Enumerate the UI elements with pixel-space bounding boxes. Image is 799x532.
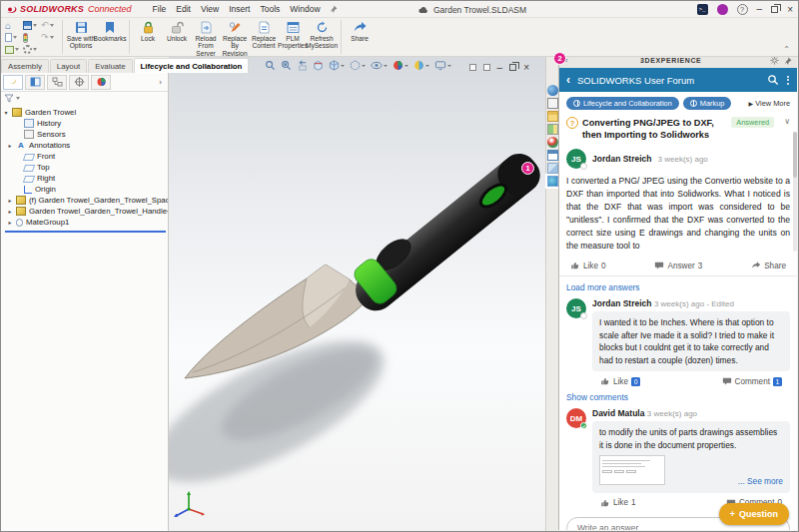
gear-icon[interactable]	[770, 56, 779, 65]
tree-item-history[interactable]: History	[3, 118, 168, 129]
configurationmanager-tab[interactable]	[47, 75, 67, 90]
zoom-to-area-icon[interactable]	[281, 60, 292, 71]
undo-button[interactable]: ↶	[41, 20, 54, 31]
minimize-icon[interactable]: –	[757, 6, 763, 12]
user-forum-tab-icon[interactable]	[547, 176, 558, 187]
displaymanager-tab[interactable]	[91, 75, 111, 90]
view-palette-icon[interactable]	[547, 124, 558, 135]
answer-action[interactable]: Answer 3	[654, 261, 702, 270]
bookmarks-button[interactable]: Bookmarks	[96, 20, 125, 42]
doc-minimize-icon[interactable]: –	[497, 65, 503, 71]
replace-by-revision-button[interactable]: Replace By Revision	[221, 20, 250, 57]
pill-lifecycle-collaboration[interactable]: Lifecycle and Collaboration	[566, 97, 679, 110]
graphics-viewport[interactable]: – ×	[169, 57, 545, 531]
like-action[interactable]: Like 0	[600, 376, 640, 386]
author-name[interactable]: Jordan Streich	[592, 154, 652, 164]
view-more-link[interactable]: ▶View More	[749, 99, 790, 108]
doc-restore-icon[interactable]	[509, 64, 516, 71]
tree-item-spade-component[interactable]: ▸(f) Garden Trowel_Garden_Trowel_Spade<1…	[3, 195, 168, 206]
hide-show-items-icon[interactable]	[371, 60, 388, 71]
pin-menu-icon[interactable]	[330, 5, 338, 13]
traffic-light-status-icon[interactable]	[23, 32, 37, 43]
like-action[interactable]: Like 1	[600, 498, 636, 508]
doc-close-icon[interactable]: ×	[523, 62, 529, 73]
appearances-scenes-decals-icon[interactable]	[547, 137, 558, 148]
tab-layout[interactable]: Layout	[50, 59, 87, 73]
load-more-answers-link[interactable]: Load more answers	[566, 282, 640, 292]
rollback-bar[interactable]	[5, 231, 166, 233]
unlock-button[interactable]: Unlock	[163, 20, 192, 42]
view-settings-icon[interactable]	[434, 60, 451, 71]
tab-lifecycle-and-collaboration[interactable]: Lifecycle and Collaboration	[134, 58, 250, 73]
show-comments-link[interactable]: Show comments	[566, 392, 628, 402]
comment-action[interactable]: Comment 1	[722, 376, 783, 386]
solidworks-resources-icon[interactable]	[547, 163, 558, 174]
replace-content-button[interactable]: Replace Content	[250, 20, 279, 50]
plm-properties-button[interactable]: PLM Properties	[279, 20, 308, 50]
dimxpertmanager-tab[interactable]	[69, 75, 89, 90]
options-gear-button[interactable]	[23, 44, 37, 55]
new-document-button[interactable]	[5, 32, 19, 43]
help-icon[interactable]: ?	[737, 4, 748, 15]
tree-item-mategroup[interactable]: ▸MateGroup1	[3, 217, 168, 228]
garden-trowel-model[interactable]	[169, 57, 545, 531]
tree-item-front-plane[interactable]: Front	[3, 151, 168, 162]
filter-funnel-icon[interactable]	[4, 94, 14, 103]
pill-markup[interactable]: Markup	[683, 97, 732, 110]
menu-item-view[interactable]: View	[196, 3, 224, 15]
menu-item-edit[interactable]: Edit	[171, 3, 196, 15]
tab-evaluate[interactable]: Evaluate	[88, 59, 132, 73]
panel-scrollbar[interactable]	[793, 132, 797, 252]
answer-author[interactable]: David Matula	[592, 408, 644, 418]
home-button[interactable]: ⌂	[5, 20, 19, 31]
share-action[interactable]: Share	[751, 261, 786, 270]
user-avatar[interactable]	[717, 4, 728, 15]
new-question-button[interactable]: + Question	[719, 503, 789, 525]
custom-properties-icon[interactable]	[547, 150, 558, 161]
share-button[interactable]: Share	[346, 20, 375, 42]
restore-icon[interactable]	[771, 6, 778, 13]
avatar-jordan-streich[interactable]: JS	[566, 149, 586, 169]
tree-item-origin[interactable]: Origin	[3, 184, 168, 195]
previous-view-icon[interactable]	[297, 60, 308, 71]
tree-item-root[interactable]: ▾Garden Trowel	[3, 107, 168, 118]
like-action[interactable]: Like 0	[570, 261, 606, 270]
menu-item-file[interactable]: File	[148, 3, 172, 15]
apply-scene-icon[interactable]	[413, 60, 429, 71]
fm-expand-chevron-icon[interactable]: ›	[159, 78, 166, 87]
featuremanager-tree-tab[interactable]	[3, 75, 23, 90]
menu-item-insert[interactable]: Insert	[224, 3, 255, 15]
filter-dropdown-caret[interactable]	[16, 97, 20, 100]
viewport-split-icon[interactable]	[469, 64, 476, 71]
save-with-options-button[interactable]: Save with Options	[67, 20, 96, 50]
zoom-to-fit-icon[interactable]	[265, 60, 276, 71]
question-title[interactable]: Converting PNG/JPEG to DXF, then Importi…	[582, 117, 727, 141]
tree-item-handle-component[interactable]: ▸Garden Trowel_Garden_Trowel_Handle<1>	[3, 206, 168, 217]
file-explorer-icon[interactable]	[547, 111, 558, 122]
avatar-david-matula[interactable]: DM✓	[566, 408, 586, 428]
lock-button[interactable]: Lock	[134, 20, 163, 42]
answer-author[interactable]: Jordan Streich	[592, 298, 652, 308]
refresh-mysession-button[interactable]: Refresh MySession	[308, 20, 337, 50]
redo-button[interactable]: ↷	[41, 32, 54, 43]
notification-badge-2[interactable]: 2	[553, 52, 566, 65]
3dexperience-platform-icon[interactable]	[547, 85, 558, 96]
pin-panel-icon[interactable]	[784, 57, 792, 65]
section-view-icon[interactable]	[313, 60, 324, 71]
tree-item-right-plane[interactable]: Right	[3, 173, 168, 184]
design-library-icon[interactable]	[547, 98, 558, 109]
menu-item-window[interactable]: Window	[285, 3, 325, 15]
close-icon[interactable]: ×	[787, 4, 793, 15]
more-options-icon[interactable]	[779, 76, 797, 85]
tree-item-annotations[interactable]: ▸AAnnotations	[3, 140, 168, 151]
save-button[interactable]	[23, 20, 37, 31]
edit-appearance-icon[interactable]	[393, 60, 408, 71]
search-icon[interactable]	[767, 74, 779, 86]
avatar-jordan-streich[interactable]: JS	[566, 298, 586, 318]
tree-item-sensors[interactable]: Sensors	[3, 129, 168, 140]
propertymanager-tab[interactable]	[25, 75, 45, 90]
tab-assembly[interactable]: Assembly	[1, 59, 49, 73]
publish-button[interactable]	[5, 44, 19, 55]
3dexperience-app-icon[interactable]: >_	[697, 4, 708, 15]
display-style-icon[interactable]	[350, 60, 366, 71]
